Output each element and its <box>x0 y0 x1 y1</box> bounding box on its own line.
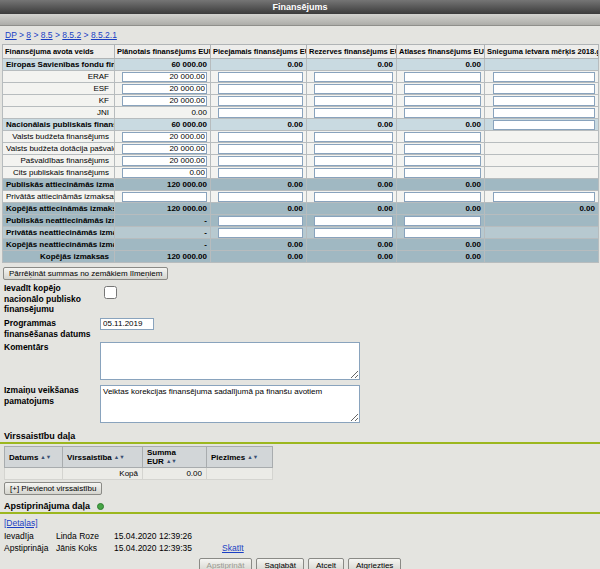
recalculate-button[interactable]: Pārrēķināt summas no zemākiem līmeņiem <box>3 267 168 280</box>
amount-input[interactable] <box>218 144 303 154</box>
finance-column-header: Rezerves finansējums EUR <box>307 45 397 59</box>
view-link[interactable]: Skatīt <box>222 543 244 553</box>
amount-input[interactable] <box>404 228 481 238</box>
program-date-input[interactable] <box>100 318 154 330</box>
amount-text: 0.00 <box>307 59 397 71</box>
amount-input[interactable] <box>493 192 595 202</box>
amount-input[interactable] <box>314 168 393 178</box>
amount-input[interactable] <box>493 120 595 130</box>
breadcrumb-link[interactable]: DP <box>5 30 17 40</box>
amount-input[interactable] <box>404 84 481 94</box>
amount-input[interactable] <box>218 168 303 178</box>
amount-input[interactable] <box>314 216 393 226</box>
save-button[interactable]: Saglabāt <box>256 558 304 569</box>
amount-input[interactable] <box>493 108 595 118</box>
back-button[interactable]: Atgriezties <box>348 558 401 569</box>
amount-input[interactable] <box>122 96 207 106</box>
empty-cell <box>485 215 599 227</box>
amount-cell <box>397 191 485 203</box>
amount-input[interactable] <box>314 132 393 142</box>
row-label: Nacionālais publiskais finansējums <box>3 119 115 131</box>
cancel-button[interactable]: Atcelt <box>308 558 344 569</box>
vs-column-header[interactable]: Virssaistība▲▼ <box>63 447 143 468</box>
amount-cell <box>397 83 485 95</box>
amount-input[interactable] <box>218 96 303 106</box>
breadcrumb-link[interactable]: 8.5.2 <box>62 30 81 40</box>
amount-input[interactable] <box>314 72 393 82</box>
amount-input[interactable] <box>314 108 393 118</box>
approve-button[interactable]: Apstiprināt <box>199 558 253 569</box>
vs-column-header[interactable]: Piezīmes▲▼ <box>207 447 273 468</box>
vs-column-header[interactable]: Datums▲▼ <box>5 447 63 468</box>
amount-input[interactable] <box>404 108 481 118</box>
amount-cell <box>307 191 397 203</box>
amount-input[interactable] <box>314 192 393 202</box>
amount-input[interactable] <box>493 72 595 82</box>
amount-input[interactable] <box>122 72 207 82</box>
approval-row: ApstiprinājaJānis Koks15.04.2020 12:39:3… <box>4 543 596 553</box>
amount-input[interactable] <box>122 84 207 94</box>
approval-role: Ievadīja <box>4 531 56 541</box>
amount-input[interactable] <box>404 216 481 226</box>
amount-input[interactable] <box>404 156 481 166</box>
national-funding-checkbox[interactable] <box>104 286 117 299</box>
amount-input[interactable] <box>218 72 303 82</box>
amount-input[interactable] <box>493 96 595 106</box>
amount-input[interactable] <box>122 192 207 202</box>
vs-column-header[interactable]: Summa EUR▲▼ <box>143 447 207 468</box>
amount-input[interactable] <box>404 168 481 178</box>
amount-input[interactable] <box>122 168 207 178</box>
finance-table: Finansējuma avota veidsPlānotais finansē… <box>2 44 599 263</box>
amount-input[interactable] <box>314 144 393 154</box>
amount-cell <box>307 215 397 227</box>
comment-textarea[interactable] <box>100 342 360 380</box>
sort-icon[interactable]: ▲▼ <box>247 454 258 460</box>
amount-input[interactable] <box>404 132 481 142</box>
finance-table-row: Privātās attiecināmās izmaksas <box>3 191 599 203</box>
amount-input[interactable] <box>314 156 393 166</box>
amount-cell <box>307 227 397 239</box>
amount-input[interactable] <box>314 84 393 94</box>
amount-cell <box>485 107 599 119</box>
finance-table-row: Eiropas Savienības fondu finansējums60 0… <box>3 59 599 71</box>
amount-cell <box>211 215 307 227</box>
amount-input[interactable] <box>404 144 481 154</box>
amount-input[interactable] <box>122 156 207 166</box>
amount-input[interactable] <box>122 144 207 154</box>
amount-input[interactable] <box>218 228 303 238</box>
amount-input[interactable] <box>218 132 303 142</box>
sort-icon[interactable]: ▲▼ <box>40 454 51 460</box>
amount-input[interactable] <box>218 192 303 202</box>
amount-text: - <box>115 239 211 251</box>
amount-input[interactable] <box>493 84 595 94</box>
finance-table-row: Publiskās attiecināmās izmaksas120 000.0… <box>3 179 599 191</box>
amount-text: 0.00 <box>397 251 485 263</box>
details-link[interactable]: [Detaļas] <box>4 518 38 528</box>
overcommitment-header-row: Datums▲▼Virssaistība▲▼Summa EUR▲▼Piezīme… <box>5 447 273 468</box>
amount-cell <box>307 167 397 179</box>
amount-cell <box>115 83 211 95</box>
amount-input[interactable] <box>218 84 303 94</box>
overcommitment-section-title: Virssaistību daļa <box>4 431 596 441</box>
breadcrumb-link[interactable]: 8.5 <box>41 30 53 40</box>
add-overcommitment-button[interactable]: [+] Pievienot virssaistību <box>4 482 102 495</box>
amount-input[interactable] <box>404 96 481 106</box>
finance-column-header: Plānotais finansējums EUR <box>115 45 211 59</box>
amount-input[interactable] <box>218 108 303 118</box>
sort-icon[interactable]: ▲▼ <box>114 454 125 460</box>
amount-cell <box>115 95 211 107</box>
amount-input[interactable] <box>218 156 303 166</box>
amount-input[interactable] <box>404 192 481 202</box>
amount-input[interactable] <box>122 132 207 142</box>
amount-input[interactable] <box>218 216 303 226</box>
amount-cell <box>397 155 485 167</box>
amount-text: 0.00 <box>485 203 599 215</box>
amount-input[interactable] <box>404 72 481 82</box>
reason-textarea[interactable]: Veiktas korekcijas finansējuma sadalījum… <box>100 385 360 423</box>
amount-input[interactable] <box>314 228 393 238</box>
finance-table-row: Kopējās neattiecināmās izmaksas-0.000.00… <box>3 239 599 251</box>
amount-cell <box>307 95 397 107</box>
amount-input[interactable] <box>314 96 393 106</box>
sort-icon[interactable]: ▲▼ <box>166 458 177 464</box>
breadcrumb-link[interactable]: 8.5.2.1 <box>91 30 117 40</box>
